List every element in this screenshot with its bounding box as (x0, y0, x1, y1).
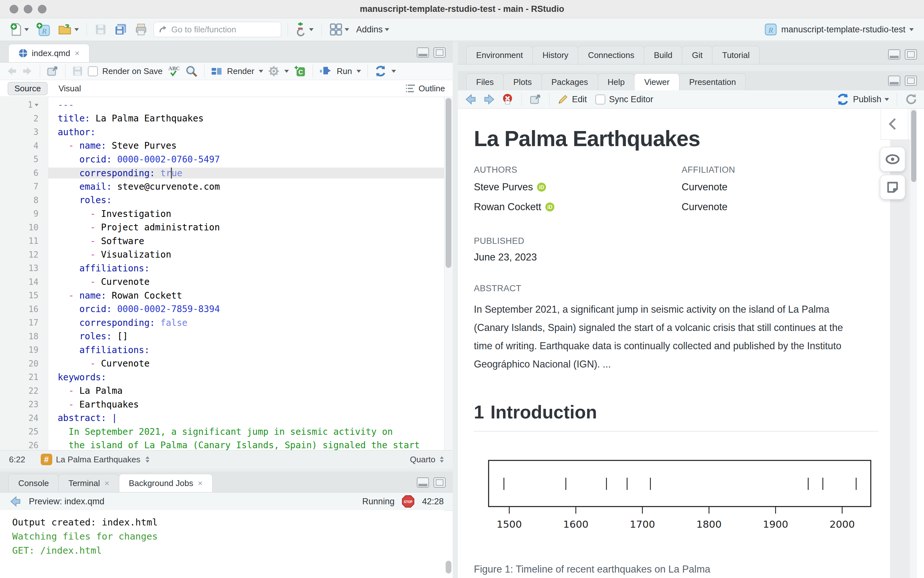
reader-view-button[interactable] (880, 147, 905, 172)
minimize-pane-icon[interactable] (417, 47, 429, 58)
minimize-pane-icon[interactable] (888, 76, 900, 86)
orcid-icon[interactable]: iD (537, 182, 546, 192)
code-line[interactable]: 25 In September 2021, a significant jump… (0, 425, 444, 438)
tab-environment[interactable]: Environment (466, 46, 533, 64)
open-in-browser-icon[interactable] (529, 94, 542, 105)
minimize-pane-icon[interactable] (417, 477, 429, 488)
section-selector[interactable]: # La Palma Earthquakes (41, 454, 150, 465)
insert-chunk-icon[interactable]: C (293, 65, 306, 78)
editor-scrollbar-thumb[interactable] (446, 98, 451, 268)
print-button[interactable] (133, 21, 149, 37)
tab-connections[interactable]: Connections (578, 46, 644, 64)
addins-button[interactable]: Addins (355, 23, 390, 36)
viewer-forward-icon[interactable] (483, 94, 496, 105)
new-project-button[interactable]: R (35, 21, 52, 38)
code-line[interactable]: 3author: (0, 125, 444, 139)
code-line[interactable]: 9 - Investigation (0, 207, 444, 221)
project-menu-button[interactable]: R manuscript-template-rstudio-test (764, 23, 914, 36)
code-line[interactable]: 18 roles: [] (0, 330, 444, 343)
tab-console[interactable]: Console (8, 474, 59, 492)
find-icon[interactable] (185, 65, 198, 78)
minimize-pane-icon[interactable] (888, 49, 900, 60)
code-line[interactable]: 4 - name: Steve Purves (0, 139, 444, 153)
orcid-icon[interactable]: iD (545, 202, 555, 212)
gear-icon[interactable] (268, 65, 280, 77)
maximize-pane-icon[interactable] (433, 47, 446, 58)
maximize-pane-icon[interactable] (905, 49, 917, 60)
workspace-panes-button[interactable] (328, 21, 350, 37)
open-file-caret[interactable] (74, 28, 79, 33)
code-line[interactable]: 8 roles: (0, 193, 444, 207)
tab-build[interactable]: Build (644, 46, 682, 64)
run-caret[interactable] (356, 70, 361, 75)
annotation-button[interactable] (880, 175, 905, 200)
source-refresh-icon[interactable] (374, 65, 387, 78)
editor-scrollbar[interactable] (444, 96, 453, 450)
minimize-window-button[interactable] (24, 5, 33, 13)
spellcheck-icon[interactable]: ABC (167, 64, 181, 78)
render-icon[interactable] (211, 65, 223, 77)
tab-git[interactable]: Git (682, 46, 713, 64)
zoom-window-button[interactable] (38, 5, 47, 13)
code-line[interactable]: 22 - La Palma (0, 384, 444, 398)
panes-caret[interactable] (345, 28, 349, 33)
maximize-pane-icon[interactable] (905, 76, 917, 86)
code-line[interactable]: 2title: La Palma Earthquakes (0, 112, 444, 126)
save-all-button[interactable] (112, 21, 129, 37)
back-icon[interactable] (9, 496, 22, 507)
edit-button[interactable]: Edit (557, 94, 587, 105)
goto-input[interactable] (171, 24, 277, 35)
back-icon[interactable] (6, 66, 17, 76)
code-line[interactable]: 15 - name: Rowan Cockett (0, 289, 444, 302)
visual-mode-button[interactable]: Visual (56, 82, 83, 95)
viewer-back-icon[interactable] (464, 94, 477, 105)
tab-files[interactable]: Files (466, 73, 504, 90)
code-line[interactable]: 19 affiliations: (0, 343, 444, 357)
save-button[interactable] (93, 22, 108, 37)
code-line[interactable]: 21keywords: (0, 370, 444, 384)
code-line[interactable]: 24abstract: | (0, 411, 444, 425)
filetype-selector[interactable]: Quarto (410, 454, 444, 464)
source-refresh-caret[interactable] (392, 70, 396, 75)
code-line[interactable]: 23 - Earthquakes (0, 398, 444, 411)
fold-icon[interactable] (35, 104, 39, 108)
save-icon[interactable] (72, 65, 83, 77)
open-in-new-window-icon[interactable] (47, 66, 59, 76)
code-line[interactable]: 16 orcid: 0000-0002-7859-8394 (0, 302, 444, 316)
open-file-button[interactable] (57, 22, 80, 37)
code-line[interactable]: 12 - Visualization (0, 248, 444, 262)
console-output[interactable]: Output created: index.html Watching file… (0, 510, 444, 578)
sync-editor-checkbox[interactable] (595, 94, 605, 104)
tab-presentation[interactable]: Presentation (679, 73, 746, 90)
new-file-button[interactable] (8, 21, 30, 38)
tab-background-jobs[interactable]: Background Jobs× (119, 474, 213, 492)
gear-caret[interactable] (285, 70, 289, 75)
collapse-panel-button[interactable] (881, 109, 908, 140)
forward-icon[interactable] (22, 66, 33, 76)
code-line[interactable]: 13 affiliations: (0, 261, 444, 275)
code-line[interactable]: 17 corresponding: false (0, 316, 444, 330)
project-caret[interactable] (909, 28, 914, 33)
tab-viewer[interactable]: Viewer (634, 73, 679, 90)
tab-help[interactable]: Help (598, 73, 634, 90)
tab-tutorial[interactable]: Tutorial (712, 46, 760, 64)
tab-history[interactable]: History (532, 46, 578, 64)
run-icon[interactable] (319, 66, 332, 76)
code-line[interactable]: 26 the island of La Palma (Canary Island… (0, 438, 444, 451)
code-editor[interactable]: 1---2title: La Palma Earthquakes3author:… (0, 96, 444, 450)
publish-caret[interactable] (885, 98, 889, 103)
close-tab-icon[interactable]: × (104, 478, 109, 488)
viewer-scrollbar-thumb[interactable] (911, 110, 916, 182)
render-caret[interactable] (259, 70, 263, 75)
clear-viewer-icon[interactable] (501, 93, 514, 106)
refresh-icon[interactable] (905, 93, 917, 106)
tab-plots[interactable]: Plots (503, 73, 542, 90)
tab-terminal[interactable]: Terminal× (59, 474, 119, 492)
source-mode-button[interactable]: Source (8, 82, 47, 95)
code-line[interactable]: 1--- (0, 98, 444, 112)
code-line[interactable]: 14 - Curvenote (0, 275, 444, 289)
version-control-caret[interactable] (309, 28, 314, 33)
code-line[interactable]: 5 orcid: 0000-0002-0760-5497 (0, 153, 444, 166)
run-button[interactable]: Run (337, 66, 352, 76)
code-line[interactable]: 10 - Project administration (0, 221, 444, 235)
